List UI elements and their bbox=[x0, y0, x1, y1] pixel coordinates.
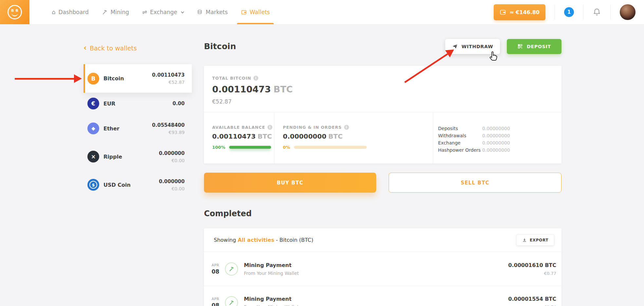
info-icon[interactable]: i bbox=[344, 125, 349, 130]
home-icon: ⌂ bbox=[52, 9, 55, 15]
qr-code-icon bbox=[517, 44, 523, 49]
activity-date: APR 08 bbox=[209, 263, 222, 275]
activity-row[interactable]: APR 08 Mining Payment From Your Mining W… bbox=[204, 252, 561, 286]
chevron-left-icon: ‹ bbox=[83, 44, 87, 52]
withdraw-label: WITHDRAW bbox=[462, 44, 493, 49]
stat-hashpower-orders: Hashpower Orders0.00000000 bbox=[438, 146, 561, 154]
pending-orders-amount: 0.00000000BTC bbox=[283, 132, 433, 140]
ether-coin-icon: ◆ bbox=[87, 123, 99, 134]
divider bbox=[583, 5, 583, 20]
page-title: Bitcoin bbox=[204, 42, 236, 51]
wallet-fiat: €0.00 bbox=[159, 186, 185, 191]
divider bbox=[555, 5, 555, 20]
wallet-page: BB ⌂ Dashboard Mining ⇌ Exchange bbox=[0, 0, 644, 306]
wallet-list-item-eur[interactable]: € EUR 0.00 bbox=[83, 93, 192, 114]
completed-heading: Completed bbox=[204, 209, 561, 218]
euro-coin-icon: € bbox=[87, 98, 99, 109]
wallet-fiat: €0.00 bbox=[159, 158, 185, 163]
wallet-name: Ether bbox=[103, 125, 120, 132]
wallet-amount: 0.000000 bbox=[159, 150, 185, 156]
sell-btc-button[interactable]: SELL BTC bbox=[389, 173, 561, 193]
export-label: EXPORT bbox=[530, 238, 548, 242]
info-icon[interactable]: i bbox=[253, 76, 258, 81]
balance-summary-card: TOTAL BITCOIN i 0.00110473BTC €52.87 AVA… bbox=[204, 66, 561, 163]
fiat-balance-button[interactable]: ≈ €146.80 bbox=[494, 4, 545, 20]
total-bitcoin-fiat: €52.87 bbox=[212, 98, 553, 105]
info-icon[interactable]: i bbox=[267, 125, 272, 130]
nav-mining[interactable]: Mining bbox=[95, 0, 136, 24]
activity-fiat: €0.77 bbox=[508, 271, 556, 276]
ripple-coin-icon: × bbox=[87, 151, 99, 163]
stat-withdrawals: Withdrawals0.00000000 bbox=[438, 132, 561, 139]
smiley-logo-icon: BB bbox=[8, 5, 22, 19]
wallet-amount: 0.00110473 bbox=[152, 72, 185, 78]
pending-progress-bar bbox=[294, 146, 367, 149]
nav-label: Mining bbox=[111, 9, 129, 15]
buy-btc-button[interactable]: BUY BTC bbox=[204, 173, 376, 193]
deposit-button[interactable]: DEPOSIT bbox=[507, 39, 561, 54]
activity-amount: 0.00001554 BTC bbox=[508, 296, 556, 302]
activity-date: APR 08 bbox=[209, 297, 222, 306]
pickaxe-icon bbox=[102, 9, 108, 15]
nav-markets[interactable]: Markets bbox=[190, 0, 234, 24]
pending-percent: 0% bbox=[283, 145, 290, 150]
wallet-name: Bitcoin bbox=[103, 75, 124, 82]
chevron-down-icon bbox=[181, 10, 184, 13]
page-content: ‹ Back to wallets B Bitcoin 0.00110473€5… bbox=[0, 25, 644, 306]
wallet-icon bbox=[500, 9, 506, 15]
wallet-amount: 0.000000 bbox=[159, 179, 185, 184]
header-right-cluster: ≈ €146.80 1 bbox=[494, 0, 644, 24]
activity-subtitle: From Your Mining Wallet bbox=[244, 304, 299, 306]
bell-icon[interactable] bbox=[593, 8, 601, 16]
activity-title: Mining Payment bbox=[244, 262, 299, 268]
nav-label: Exchange bbox=[150, 9, 177, 15]
wallet-detail: Bitcoin WITHDRAW DEPOSIT TOTAL BITCOIN bbox=[204, 25, 561, 306]
total-bitcoin-label: TOTAL BITCOIN bbox=[212, 76, 251, 81]
activity-list-card: Showing All activities - Bitcoin (BTC) E… bbox=[204, 228, 561, 306]
nav-label: Wallets bbox=[250, 9, 270, 15]
mining-payment-icon bbox=[225, 296, 238, 306]
pending-orders-label: PENDING & IN ORDERS bbox=[283, 125, 342, 130]
activity-subtitle: From Your Mining Wallet bbox=[244, 271, 299, 276]
fiat-balance-label: ≈ €146.80 bbox=[509, 9, 540, 15]
activity-row[interactable]: APR 08 Mining Payment From Your Mining W… bbox=[204, 286, 561, 306]
wallet-fiat: €52.87 bbox=[152, 80, 185, 85]
wallet-list-item-ripple[interactable]: × Ripple 0.000000€0.00 bbox=[83, 143, 192, 171]
exchange-icon: ⇌ bbox=[142, 9, 147, 15]
download-icon bbox=[522, 238, 527, 242]
back-to-wallets-link[interactable]: ‹ Back to wallets bbox=[83, 45, 137, 52]
nav-exchange[interactable]: ⇌ Exchange bbox=[136, 0, 190, 24]
wallet-name: USD Coin bbox=[103, 182, 131, 188]
main-nav: ⌂ Dashboard Mining ⇌ Exchange Markets bbox=[45, 0, 276, 24]
wallet-fiat: €93.89 bbox=[152, 130, 185, 135]
nav-wallets[interactable]: Wallets bbox=[234, 0, 277, 24]
stat-deposits: Deposits0.00000000 bbox=[438, 125, 561, 132]
paper-plane-icon bbox=[452, 44, 458, 49]
activity-title: Mining Payment bbox=[244, 296, 299, 302]
nav-label: Markets bbox=[206, 9, 228, 15]
wallet-list-item-usdcoin[interactable]: $ USD Coin 0.000000€0.00 bbox=[83, 171, 192, 199]
notification-count-badge[interactable]: 1 bbox=[564, 7, 574, 17]
activity-filter-link[interactable]: All activities bbox=[238, 237, 274, 243]
wallet-amount: 0.05548400 bbox=[152, 122, 185, 128]
export-button[interactable]: EXPORT bbox=[516, 234, 554, 246]
app-logo[interactable]: BB bbox=[0, 0, 29, 24]
wallet-name: Ripple bbox=[103, 154, 122, 160]
wallet-amount: 0.00 bbox=[173, 101, 185, 106]
wallet-list-item-ether[interactable]: ◆ Ether 0.05548400€93.89 bbox=[83, 114, 192, 143]
nav-dashboard[interactable]: ⌂ Dashboard bbox=[45, 0, 95, 24]
top-nav-bar: BB ⌂ Dashboard Mining ⇌ Exchange bbox=[0, 0, 644, 25]
wallet-list-item-bitcoin[interactable]: B Bitcoin 0.00110473€52.87 bbox=[83, 64, 192, 93]
bitcoin-coin-icon: B bbox=[87, 73, 99, 85]
divider bbox=[610, 5, 611, 20]
wallet-list: B Bitcoin 0.00110473€52.87 € EUR 0.00 ◆ … bbox=[83, 64, 192, 199]
available-progress-bar bbox=[229, 146, 271, 149]
available-balance-amount: 0.00110473BTC bbox=[212, 132, 274, 140]
wallet-icon bbox=[241, 9, 247, 15]
transfer-stats: Deposits0.00000000 Withdrawals0.00000000… bbox=[433, 112, 561, 163]
usdcoin-coin-icon: $ bbox=[87, 179, 99, 191]
user-avatar[interactable] bbox=[620, 4, 635, 20]
withdraw-button[interactable]: WITHDRAW bbox=[445, 39, 500, 54]
deposit-label: DEPOSIT bbox=[527, 44, 551, 49]
back-link-label: Back to wallets bbox=[90, 45, 137, 52]
